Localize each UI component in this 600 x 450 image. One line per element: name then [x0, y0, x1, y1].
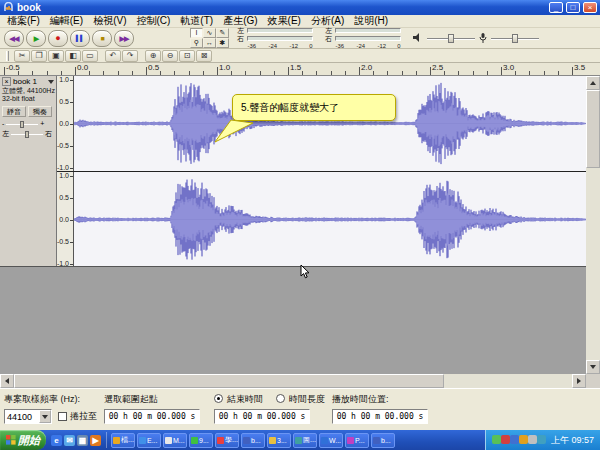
taskbar-button-0[interactable]: 檔...	[111, 433, 135, 448]
menu-item-4[interactable]: 軌道(T)	[175, 15, 218, 27]
transport-forward-button[interactable]: ▶▶	[114, 30, 134, 47]
taskbar-clock[interactable]: 上午 09:57	[548, 434, 594, 447]
taskbar-button-5[interactable]: b...	[241, 433, 265, 448]
taskbar-button-4[interactable]: 學...	[215, 433, 239, 448]
track-control-panel[interactable]: × book 1 立體聲, 44100Hz 32-bit float 靜音 獨奏…	[0, 76, 57, 267]
menu-item-8[interactable]: 說明(H)	[349, 15, 393, 27]
show-desktop-icon[interactable]: ▦	[77, 435, 88, 446]
multi-tool-button[interactable]: ✱	[216, 38, 229, 48]
toolbar-grip[interactable]	[6, 51, 9, 61]
paste-button[interactable]: ▣	[48, 50, 64, 62]
output-volume-slider[interactable]	[427, 33, 475, 44]
taskbar-button-10[interactable]: b...	[371, 433, 395, 448]
zoom-in-button[interactable]: ⊕	[145, 50, 161, 62]
scroll-left-button[interactable]	[0, 374, 14, 388]
zoom-out-button[interactable]: ⊖	[162, 50, 178, 62]
output-volume-thumb[interactable]	[448, 34, 454, 43]
minimize-button[interactable]: _	[549, 2, 563, 13]
audacity-app-icon	[3, 2, 14, 13]
pan-slider[interactable]	[11, 131, 43, 138]
undo-button[interactable]: ↶	[105, 50, 121, 62]
horizontal-scrollbar[interactable]	[0, 374, 586, 388]
copy-button[interactable]: ❐	[31, 50, 47, 62]
menu-item-5[interactable]: 產生(G)	[218, 15, 262, 27]
waveform-right-channel[interactable]	[74, 172, 586, 267]
media-player-icon[interactable]: ▶	[90, 435, 101, 446]
waveform-left-channel[interactable]	[74, 76, 586, 171]
vruler-tick	[70, 168, 73, 169]
scroll-right-button[interactable]	[572, 374, 586, 388]
timeshift-tool-button[interactable]: ↔	[203, 38, 216, 48]
vertical-scroll-thumb[interactable]	[586, 90, 600, 168]
transport-record-button[interactable]: ●	[48, 30, 68, 47]
speaker-icon	[413, 33, 423, 43]
taskbar-button-9[interactable]: P...	[345, 433, 369, 448]
tray-6-icon[interactable]	[537, 435, 546, 444]
transport-rewind-button[interactable]: ◀◀	[4, 30, 24, 47]
internet-explorer-icon[interactable]: e	[51, 435, 62, 446]
menu-item-2[interactable]: 檢視(V)	[88, 15, 131, 27]
play-meter[interactable]: 左 右 -36-24-120	[237, 27, 313, 49]
vertical-scrollbar[interactable]	[586, 76, 600, 374]
track-close-button[interactable]: ×	[2, 77, 11, 86]
taskbar-button-2[interactable]: M...	[163, 433, 187, 448]
project-rate-dropdown-icon[interactable]	[39, 410, 51, 423]
transport-stop-button[interactable]: ■	[92, 30, 112, 47]
gain-slider-thumb[interactable]	[20, 121, 24, 128]
taskbar-button-1[interactable]: E...	[137, 433, 161, 448]
transport-play-button[interactable]: ▶	[26, 30, 46, 47]
solo-button[interactable]: 獨奏	[28, 106, 52, 117]
pan-slider-thumb[interactable]	[25, 131, 29, 138]
draw-tool-button[interactable]: ✎	[216, 28, 229, 38]
envelope-tool-button[interactable]: ∿	[203, 28, 216, 38]
record-meter[interactable]: 左 右 -36-24-120	[325, 27, 401, 49]
zoom-fit-button[interactable]: ⊠	[196, 50, 212, 62]
tray-2-icon[interactable]	[501, 435, 510, 444]
vertical-ruler-left-channel[interactable]: 1.00.50.0-0.5-1.0	[57, 76, 74, 171]
input-volume-thumb[interactable]	[512, 34, 518, 43]
zoom-selection-button[interactable]: ⊡	[179, 50, 195, 62]
end-time-field[interactable]: 00 h 00 m 00.000 s	[214, 409, 310, 424]
scroll-down-button[interactable]	[586, 360, 600, 374]
vertical-ruler-right-channel[interactable]: 1.00.50.0-0.5-1.0	[57, 172, 74, 267]
project-rate-select[interactable]: 44100	[4, 409, 52, 424]
tray-5-icon[interactable]	[528, 435, 537, 444]
cut-button[interactable]: ✂	[14, 50, 30, 62]
snap-to-checkbox[interactable]	[58, 412, 67, 421]
start-button[interactable]: 開始	[0, 430, 46, 450]
maximize-button[interactable]: □	[566, 2, 580, 13]
scroll-up-button[interactable]	[586, 76, 600, 90]
window-icon	[113, 437, 120, 444]
taskbar-button-6[interactable]: 3...	[267, 433, 291, 448]
horizontal-scroll-thumb[interactable]	[14, 374, 444, 388]
tray-4-icon[interactable]	[519, 435, 528, 444]
close-button[interactable]: ×	[583, 2, 597, 13]
mail-icon[interactable]: ✉	[64, 435, 75, 446]
gain-slider[interactable]	[6, 121, 38, 128]
trim-button[interactable]: ◧	[65, 50, 81, 62]
menu-item-7[interactable]: 分析(A)	[306, 15, 349, 27]
taskbar-button-8[interactable]: W...	[319, 433, 343, 448]
selection-start-field[interactable]: 00 h 00 m 00.000 s	[104, 409, 200, 424]
transport-pause-button[interactable]: ▌▌	[70, 30, 90, 47]
tray-1-icon[interactable]	[492, 435, 501, 444]
zoom-tool-button[interactable]: ⚲	[190, 38, 203, 48]
menu-item-3[interactable]: 控制(C)	[131, 15, 175, 27]
menu-item-6[interactable]: 效果(E)	[263, 15, 306, 27]
taskbar-button-7[interactable]: 圖...	[293, 433, 317, 448]
taskbar-button-3[interactable]: 9...	[189, 433, 213, 448]
redo-button[interactable]: ↷	[122, 50, 138, 62]
menu-item-0[interactable]: 檔案(F)	[2, 15, 45, 27]
silence-button[interactable]: ▭	[82, 50, 98, 62]
timeline-ruler[interactable]: -0.50.00.51.01.52.02.53.03.5	[0, 63, 600, 76]
play-position-field[interactable]: 00 h 00 m 00.000 s	[332, 409, 428, 424]
menu-item-1[interactable]: 編輯(E)	[45, 15, 88, 27]
tray-3-icon[interactable]	[510, 435, 519, 444]
vruler-tick	[70, 124, 73, 125]
mute-button[interactable]: 靜音	[2, 106, 26, 117]
selection-tool-button[interactable]: I	[190, 28, 203, 38]
input-volume-slider[interactable]	[491, 33, 539, 44]
track-menu-caret-icon[interactable]	[48, 80, 54, 84]
end-time-radio[interactable]	[214, 394, 223, 403]
length-radio[interactable]	[276, 394, 285, 403]
